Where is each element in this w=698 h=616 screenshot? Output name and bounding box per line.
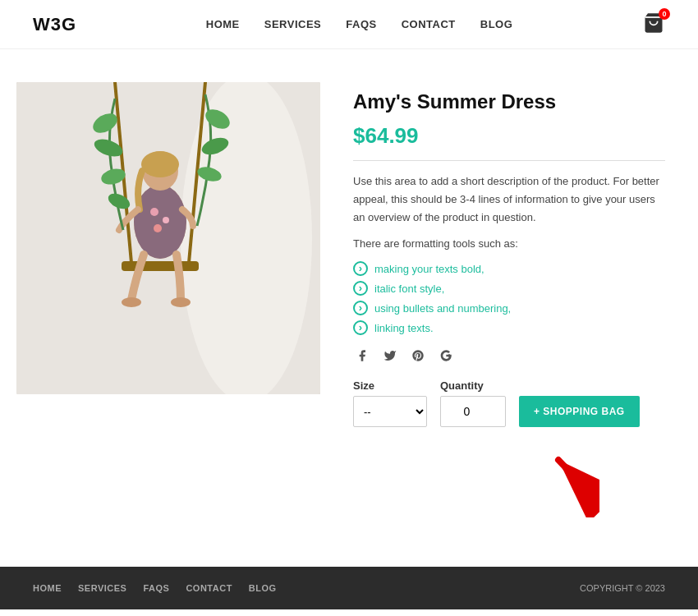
arrow-annotation (353, 435, 665, 517)
purchase-row: Size -- XS S M L XL Quantity + SHOPPING … (353, 379, 665, 427)
feature-link-linking[interactable]: linking texts. (374, 322, 434, 334)
google-plus-icon[interactable] (437, 347, 455, 365)
svg-point-14 (171, 297, 191, 307)
svg-rect-5 (122, 261, 199, 271)
feature-icon-1 (353, 261, 368, 276)
feature-link-italic[interactable]: italic font style, (374, 283, 444, 295)
nav-faqs[interactable]: FAQS (346, 18, 376, 30)
product-title: Amy's Summer Dress (353, 90, 665, 113)
feature-text-3: using bullets and numbering, (374, 302, 511, 315)
feature-link-bullets[interactable]: using bullets and numbering, (374, 302, 511, 315)
nav-contact[interactable]: CONTACT (402, 18, 456, 30)
site-header: W3G HOME SERVICES FAQS CONTACT BLOG 0 (0, 0, 698, 49)
nav-home[interactable]: HOME (206, 18, 240, 30)
quantity-input[interactable] (440, 396, 506, 427)
feature-icon-3 (353, 301, 368, 315)
product-price: $64.99 (353, 123, 665, 149)
feature-item-2: italic font style, (353, 281, 665, 296)
main-nav: HOME SERVICES FAQS CONTACT BLOG (206, 18, 513, 30)
nav-services[interactable]: SERVICES (264, 18, 322, 30)
footer-nav-faqs[interactable]: FAQS (143, 583, 169, 593)
quantity-label: Quantity (440, 379, 506, 392)
feature-text-4: linking texts. (374, 322, 434, 334)
nav-blog[interactable]: BLOG (480, 18, 513, 30)
feature-text-1: making your texts bold, (374, 263, 484, 275)
feature-link-bold[interactable]: making your texts bold, (374, 263, 484, 275)
product-details: Amy's Summer Dress $64.99 Use this area … (353, 82, 665, 517)
site-logo[interactable]: W3G (33, 14, 76, 35)
product-image-placeholder (16, 82, 320, 394)
svg-point-12 (141, 151, 179, 177)
copyright: COPYRIGHT © 2023 (580, 583, 665, 593)
red-arrow-icon (534, 444, 599, 517)
footer-nav-home[interactable]: HOME (33, 583, 62, 593)
size-label: Size (353, 379, 427, 392)
site-footer: HOME SERVICES FAQS CONTACT BLOG COPYRIGH… (0, 567, 698, 609)
feature-icon-4 (353, 320, 368, 335)
feature-list: making your texts bold, italic font styl… (353, 261, 665, 335)
svg-point-10 (154, 224, 162, 232)
footer-nav-blog[interactable]: BLOG (249, 583, 277, 593)
product-page: Amy's Summer Dress $64.99 Use this area … (0, 49, 698, 550)
svg-point-7 (134, 185, 186, 259)
size-field-group: Size -- XS S M L XL (353, 379, 427, 427)
feature-item-4: linking texts. (353, 320, 665, 335)
product-description-1: Use this area to add a short description… (353, 172, 665, 227)
pinterest-icon[interactable] (409, 347, 427, 365)
svg-point-13 (122, 297, 141, 307)
size-select[interactable]: -- XS S M L XL (353, 396, 427, 427)
footer-nav-contact[interactable]: CONTACT (186, 583, 232, 593)
footer-nav: HOME SERVICES FAQS CONTACT BLOG (33, 583, 277, 593)
svg-point-9 (163, 217, 169, 223)
product-description-2: There are formatting tools such as: (353, 235, 665, 253)
feature-text-2: italic font style, (374, 283, 444, 295)
feature-item-3: using bullets and numbering, (353, 301, 665, 315)
svg-point-8 (150, 208, 158, 216)
add-to-bag-button[interactable]: + SHOPPING BAG (519, 396, 640, 427)
quantity-field-group: Quantity (440, 379, 506, 427)
feature-icon-2 (353, 281, 368, 296)
facebook-icon[interactable] (353, 347, 371, 365)
cart-button[interactable]: 0 (642, 11, 665, 37)
social-icons (353, 347, 665, 365)
price-divider (353, 160, 665, 161)
feature-item-1: making your texts bold, (353, 261, 665, 276)
product-image (16, 82, 320, 394)
cart-count: 0 (659, 8, 670, 20)
footer-nav-services[interactable]: SERVICES (78, 583, 126, 593)
twitter-icon[interactable] (381, 347, 399, 365)
